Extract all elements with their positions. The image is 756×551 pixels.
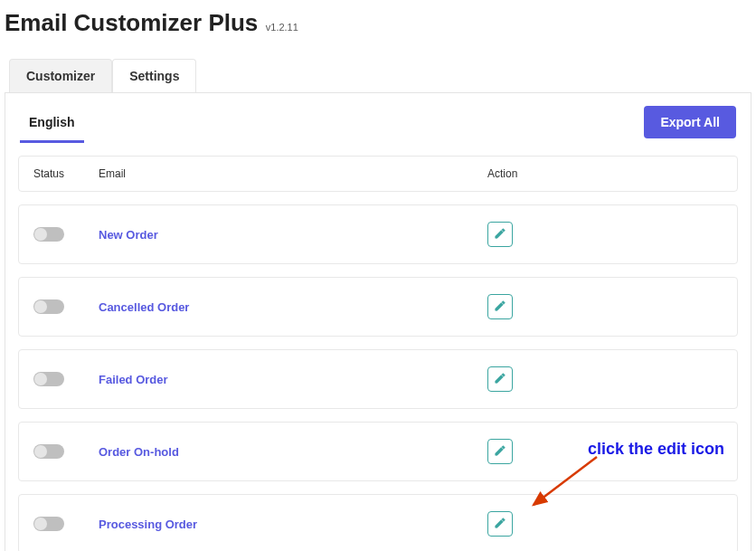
status-toggle[interactable]: [33, 227, 64, 242]
status-toggle[interactable]: [33, 372, 64, 386]
status-toggle[interactable]: [33, 299, 64, 314]
pencil-icon: [494, 372, 506, 387]
email-table: Status Email Action New Order C: [5, 143, 751, 551]
panel-header: English Export All: [5, 93, 751, 143]
annotation-text: click the edit icon: [588, 440, 724, 459]
language-tab-english[interactable]: English: [20, 102, 84, 143]
edit-button[interactable]: [487, 222, 513, 247]
column-header-action: Action: [487, 167, 723, 180]
email-name-link[interactable]: Processing Order: [99, 518, 197, 531]
edit-button[interactable]: [487, 294, 513, 319]
column-header-email: Email: [99, 167, 487, 180]
primary-tabs: Customizer Settings: [9, 59, 756, 92]
table-row: New Order: [18, 204, 738, 264]
tab-customizer[interactable]: Customizer: [9, 59, 112, 92]
table-row: Cancelled Order: [18, 277, 738, 337]
email-name-link[interactable]: Failed Order: [99, 373, 168, 386]
version-label: v1.2.11: [266, 22, 298, 33]
edit-button[interactable]: [487, 366, 513, 392]
pencil-icon: [494, 299, 506, 315]
edit-button[interactable]: [487, 511, 513, 537]
email-name-link[interactable]: Cancelled Order: [99, 300, 189, 314]
table-row: Processing Order: [18, 494, 738, 551]
pencil-icon: [494, 517, 506, 532]
table-row: Failed Order: [18, 349, 738, 409]
status-toggle[interactable]: [33, 444, 64, 459]
pencil-icon: [494, 227, 506, 242]
email-name-link[interactable]: Order On-hold: [99, 445, 179, 459]
page-title: Email Customizer Plus: [5, 9, 258, 36]
main-panel: English Export All Status Email Action N…: [5, 92, 751, 551]
column-header-status: Status: [33, 167, 99, 180]
table-header-row: Status Email Action: [18, 156, 738, 192]
pencil-icon: [494, 444, 506, 460]
status-toggle[interactable]: [33, 517, 64, 531]
email-name-link[interactable]: New Order: [99, 228, 158, 242]
export-all-button[interactable]: Export All: [644, 106, 736, 138]
page-title-block: Email Customizer Plus v1.2.11: [0, 0, 756, 37]
edit-button[interactable]: [487, 439, 513, 464]
tab-settings[interactable]: Settings: [112, 59, 196, 92]
